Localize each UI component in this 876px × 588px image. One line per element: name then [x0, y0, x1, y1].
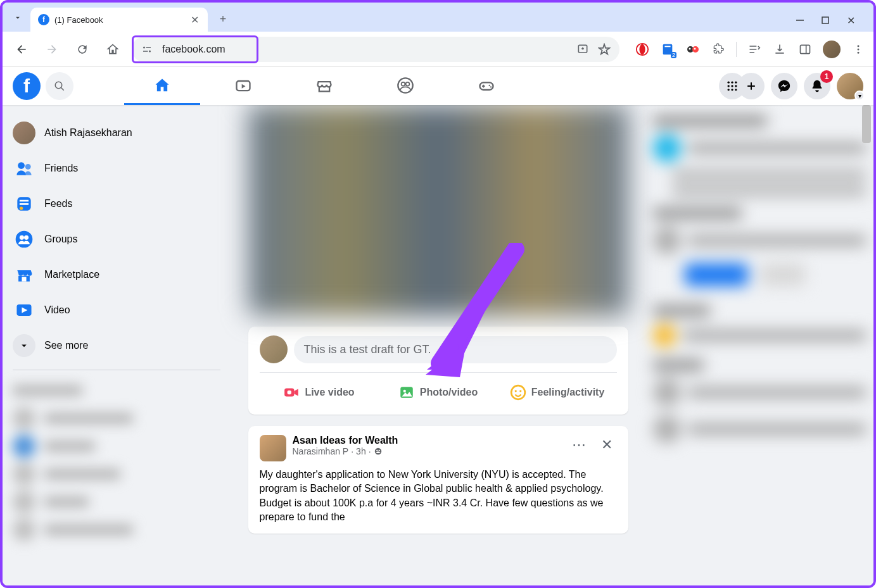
back-button[interactable] — [10, 38, 33, 61]
svg-point-57 — [374, 448, 381, 455]
avatar[interactable] — [260, 335, 288, 363]
marketplace-icon — [13, 263, 35, 286]
sidebar-item-marketplace[interactable]: Marketplace — [8, 257, 225, 292]
tab-search-dropdown[interactable] — [8, 8, 28, 28]
sidebar-item-groups[interactable]: Groups — [8, 222, 225, 257]
downloads-icon[interactable] — [772, 42, 787, 57]
scrollbar[interactable] — [862, 105, 871, 143]
facebook-logo[interactable]: f — [13, 72, 41, 100]
svg-rect-15 — [801, 45, 810, 53]
browser-menu-icon[interactable] — [851, 42, 866, 57]
sidebar-item-label: Groups — [44, 234, 77, 245]
opera-extension-icon[interactable] — [635, 42, 650, 57]
messenger-button[interactable] — [771, 73, 797, 99]
feeling-activity-button[interactable]: Feeling/activity — [498, 379, 617, 406]
nav-tab-watch[interactable] — [205, 67, 281, 105]
browser-profile-avatar[interactable] — [823, 41, 841, 58]
svg-point-55 — [514, 390, 516, 392]
sidebar-item-profile[interactable]: Atish Rajasekharan — [8, 115, 225, 151]
svg-point-59 — [378, 450, 379, 451]
forward-button[interactable] — [41, 38, 63, 61]
main-feed: This is a test draft for GT. Live video … — [248, 105, 628, 585]
composer-input[interactable]: This is a test draft for GT. — [294, 336, 617, 363]
svg-point-44 — [16, 231, 33, 248]
svg-point-39 — [25, 164, 31, 170]
post-more-icon[interactable]: ⋯ — [569, 435, 589, 455]
post-avatar[interactable] — [260, 435, 286, 461]
url-text: facebook.com — [162, 44, 225, 55]
maximize-icon[interactable] — [820, 15, 830, 25]
action-label: Live video — [305, 387, 354, 398]
facebook-favicon: f — [38, 14, 49, 25]
side-panel-icon[interactable] — [797, 42, 813, 57]
sidebar-item-feeds[interactable]: Feeds — [8, 186, 225, 222]
svg-point-54 — [511, 385, 525, 399]
extension-badge: 2 — [671, 52, 676, 58]
svg-point-8 — [639, 44, 645, 54]
extensions-menu-icon[interactable] — [711, 42, 726, 57]
svg-point-33 — [731, 85, 733, 87]
nav-tab-marketplace[interactable] — [286, 67, 362, 105]
address-bar[interactable]: facebook.com — [132, 37, 619, 62]
svg-point-58 — [376, 450, 378, 451]
chevron-down-icon: ▾ — [854, 91, 865, 101]
post-body: My daughter's application to New York Un… — [260, 468, 617, 525]
browser-toolbar: facebook.com 2 — [3, 32, 873, 67]
friends-icon — [13, 157, 35, 180]
svg-point-31 — [735, 82, 737, 84]
post-composer: This is a test draft for GT. Live video … — [248, 327, 628, 415]
close-tab-icon[interactable]: ✕ — [189, 14, 200, 25]
minimize-icon[interactable] — [795, 15, 805, 25]
nav-tab-gaming[interactable] — [448, 67, 524, 105]
svg-point-27 — [489, 84, 490, 85]
svg-point-28 — [490, 86, 492, 87]
svg-point-24 — [402, 82, 405, 85]
sidebar-item-video[interactable]: Video — [8, 292, 225, 328]
svg-point-45 — [20, 235, 24, 240]
svg-point-46 — [24, 235, 29, 240]
post-page-name[interactable]: Asan Ideas for Wealth — [293, 435, 562, 446]
facebook-header: f 1 ▾ — [3, 67, 873, 105]
facebook-search-button[interactable] — [46, 72, 73, 100]
reload-button[interactable] — [71, 38, 94, 61]
post-close-icon[interactable]: ✕ — [597, 435, 617, 455]
nav-tab-home[interactable] — [124, 67, 200, 105]
facebook-header-right: 1 ▾ — [719, 73, 863, 99]
live-video-button[interactable]: Live video — [260, 379, 379, 406]
sidebar-item-friends[interactable]: Friends — [8, 151, 225, 186]
svg-point-51 — [288, 391, 292, 395]
sidebar-item-label: Marketplace — [44, 269, 99, 280]
svg-rect-41 — [20, 200, 29, 202]
create-button[interactable] — [738, 73, 765, 99]
sidebar-item-label: Friends — [44, 163, 78, 174]
extension-icon-2[interactable]: 2 — [660, 42, 675, 57]
svg-rect-48 — [22, 277, 26, 282]
bookmark-star-icon[interactable] — [598, 43, 611, 56]
post-time[interactable]: 3h — [356, 446, 366, 456]
privacy-icon — [374, 447, 383, 456]
account-button[interactable]: ▾ — [837, 73, 863, 99]
post-author[interactable]: Narasimhan P — [293, 446, 349, 456]
photo-video-button[interactable]: Photo/video — [379, 379, 498, 406]
svg-rect-5 — [143, 51, 148, 52]
svg-point-32 — [728, 85, 730, 87]
sidebar-item-label: See more — [44, 340, 88, 351]
sidebar-item-see-more[interactable]: See more — [8, 328, 225, 363]
install-app-icon[interactable] — [576, 43, 589, 56]
window-close-icon[interactable]: ✕ — [846, 15, 856, 25]
nav-tab-groups[interactable] — [367, 67, 443, 105]
browser-tab-active[interactable]: f (1) Facebook ✕ — [30, 8, 208, 32]
svg-point-36 — [731, 89, 733, 91]
home-button[interactable] — [101, 38, 124, 61]
action-label: Feeling/activity — [531, 387, 605, 398]
svg-rect-26 — [480, 82, 493, 90]
extension-icon-3[interactable] — [685, 42, 701, 57]
reading-list-icon[interactable] — [747, 42, 762, 57]
new-tab-button[interactable]: + — [213, 9, 233, 29]
notifications-button[interactable]: 1 — [804, 73, 830, 99]
svg-point-20 — [55, 82, 62, 89]
tab-title: (1) Facebook — [54, 15, 184, 25]
svg-point-35 — [728, 89, 730, 91]
site-settings-icon[interactable] — [141, 43, 153, 56]
facebook-body: Atish Rajasekharan Friends Feeds Groups … — [3, 105, 873, 585]
